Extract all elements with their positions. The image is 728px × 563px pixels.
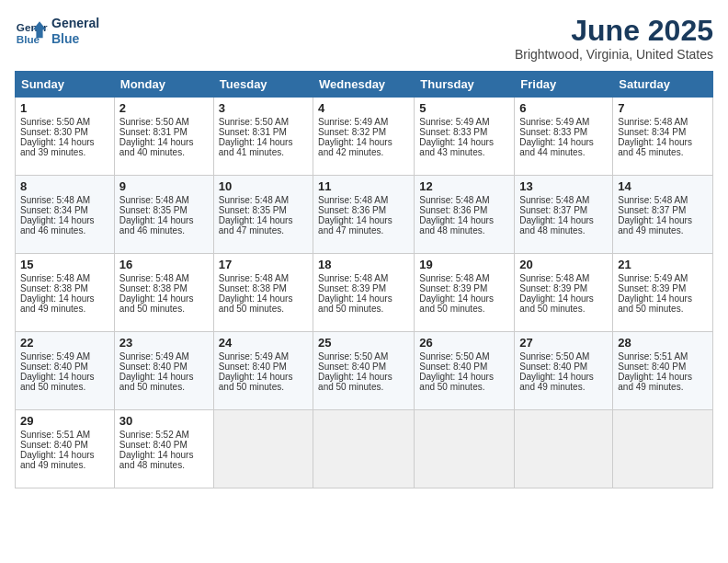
sunrise-label: Sunrise: 5:48 AM bbox=[419, 273, 489, 283]
calendar-cell: 21 Sunrise: 5:49 AM Sunset: 8:39 PM Dayl… bbox=[613, 254, 713, 332]
calendar-cell: 20 Sunrise: 5:48 AM Sunset: 8:39 PM Dayl… bbox=[515, 254, 613, 332]
sunrise-label: Sunrise: 5:48 AM bbox=[119, 273, 189, 283]
calendar-cell: 24 Sunrise: 5:49 AM Sunset: 8:40 PM Dayl… bbox=[213, 332, 313, 410]
day-number: 13 bbox=[519, 179, 608, 193]
day-number: 11 bbox=[318, 179, 409, 193]
daylight-label: Daylight: 14 hours and 49 minutes. bbox=[519, 372, 594, 392]
calendar-cell: 18 Sunrise: 5:48 AM Sunset: 8:39 PM Dayl… bbox=[313, 254, 415, 332]
day-number: 18 bbox=[318, 258, 409, 271]
daylight-label: Daylight: 14 hours and 48 minutes. bbox=[519, 215, 594, 236]
calendar-cell: 14 Sunrise: 5:48 AM Sunset: 8:37 PM Dayl… bbox=[613, 176, 713, 254]
daylight-label: Daylight: 14 hours and 46 minutes. bbox=[20, 215, 95, 236]
logo-icon: General Blue bbox=[15, 15, 48, 48]
daylight-label: Daylight: 14 hours and 50 minutes. bbox=[419, 372, 494, 392]
sunset-label: Sunset: 8:40 PM bbox=[119, 440, 188, 450]
day-number: 24 bbox=[219, 336, 308, 350]
calendar-cell: 23 Sunrise: 5:49 AM Sunset: 8:40 PM Dayl… bbox=[114, 332, 213, 410]
day-number: 26 bbox=[419, 336, 509, 350]
sunrise-label: Sunrise: 5:48 AM bbox=[618, 195, 688, 205]
sunset-label: Sunset: 8:35 PM bbox=[219, 205, 287, 215]
sunrise-label: Sunrise: 5:49 AM bbox=[318, 117, 388, 127]
sunrise-label: Sunrise: 5:52 AM bbox=[119, 430, 189, 440]
sunrise-label: Sunrise: 5:48 AM bbox=[318, 195, 388, 205]
calendar-cell: 28 Sunrise: 5:51 AM Sunset: 8:40 PM Dayl… bbox=[613, 332, 713, 410]
day-number: 17 bbox=[219, 258, 308, 271]
logo: General Blue General Blue bbox=[15, 15, 99, 48]
daylight-label: Daylight: 14 hours and 46 minutes. bbox=[119, 215, 194, 236]
sunrise-label: Sunrise: 5:48 AM bbox=[20, 273, 90, 283]
calendar-cell bbox=[613, 410, 713, 488]
day-number: 16 bbox=[119, 258, 209, 271]
calendar-cell: 9 Sunrise: 5:48 AM Sunset: 8:35 PM Dayli… bbox=[114, 176, 213, 254]
calendar-cell: 12 Sunrise: 5:48 AM Sunset: 8:36 PM Dayl… bbox=[415, 176, 515, 254]
calendar-cell: 3 Sunrise: 5:50 AM Sunset: 8:31 PM Dayli… bbox=[213, 98, 313, 176]
sunrise-label: Sunrise: 5:51 AM bbox=[20, 430, 90, 440]
daylight-label: Daylight: 14 hours and 39 minutes. bbox=[20, 137, 95, 157]
sunrise-label: Sunrise: 5:51 AM bbox=[618, 351, 688, 362]
daylight-label: Daylight: 14 hours and 49 minutes. bbox=[20, 293, 95, 314]
sunset-label: Sunset: 8:37 PM bbox=[519, 205, 587, 215]
calendar-cell: 13 Sunrise: 5:48 AM Sunset: 8:37 PM Dayl… bbox=[515, 176, 613, 254]
sunset-label: Sunset: 8:39 PM bbox=[318, 283, 386, 293]
daylight-label: Daylight: 14 hours and 50 minutes. bbox=[419, 293, 494, 314]
day-number: 10 bbox=[219, 179, 308, 193]
daylight-label: Daylight: 14 hours and 50 minutes. bbox=[519, 293, 594, 314]
sunset-label: Sunset: 8:40 PM bbox=[618, 362, 686, 372]
daylight-label: Daylight: 14 hours and 50 minutes. bbox=[219, 293, 293, 314]
daylight-label: Daylight: 14 hours and 47 minutes. bbox=[219, 215, 293, 236]
sunset-label: Sunset: 8:31 PM bbox=[119, 127, 188, 137]
sunset-label: Sunset: 8:33 PM bbox=[419, 127, 487, 137]
daylight-label: Daylight: 14 hours and 50 minutes. bbox=[219, 372, 293, 392]
daylight-label: Daylight: 14 hours and 49 minutes. bbox=[618, 372, 692, 392]
sunset-label: Sunset: 8:40 PM bbox=[318, 362, 386, 372]
daylight-label: Daylight: 14 hours and 45 minutes. bbox=[618, 137, 692, 157]
sunrise-label: Sunrise: 5:49 AM bbox=[519, 117, 589, 127]
sunrise-label: Sunrise: 5:50 AM bbox=[519, 351, 589, 362]
day-number: 25 bbox=[318, 336, 409, 350]
sunset-label: Sunset: 8:37 PM bbox=[618, 205, 686, 215]
daylight-label: Daylight: 14 hours and 44 minutes. bbox=[519, 137, 594, 157]
sunset-label: Sunset: 8:38 PM bbox=[20, 283, 88, 293]
calendar-cell: 29 Sunrise: 5:51 AM Sunset: 8:40 PM Dayl… bbox=[16, 410, 115, 488]
sunset-label: Sunset: 8:35 PM bbox=[119, 205, 188, 215]
sunset-label: Sunset: 8:36 PM bbox=[419, 205, 487, 215]
sunrise-label: Sunrise: 5:49 AM bbox=[20, 351, 90, 362]
calendar-week-row: 29 Sunrise: 5:51 AM Sunset: 8:40 PM Dayl… bbox=[16, 410, 713, 488]
location: Brightwood, Virginia, United States bbox=[515, 47, 713, 62]
calendar-header-thursday: Thursday bbox=[415, 72, 515, 98]
calendar-cell: 10 Sunrise: 5:48 AM Sunset: 8:35 PM Dayl… bbox=[213, 176, 313, 254]
sunrise-label: Sunrise: 5:48 AM bbox=[119, 195, 189, 205]
day-number: 22 bbox=[20, 336, 109, 350]
calendar-header-friday: Friday bbox=[515, 72, 613, 98]
calendar-header-saturday: Saturday bbox=[613, 72, 713, 98]
daylight-label: Daylight: 14 hours and 50 minutes. bbox=[20, 372, 95, 392]
calendar-cell: 22 Sunrise: 5:49 AM Sunset: 8:40 PM Dayl… bbox=[16, 332, 115, 410]
day-number: 1 bbox=[20, 101, 109, 115]
calendar-header-sunday: Sunday bbox=[16, 72, 115, 98]
calendar-cell bbox=[313, 410, 415, 488]
day-number: 12 bbox=[419, 179, 509, 193]
daylight-label: Daylight: 14 hours and 43 minutes. bbox=[419, 137, 494, 157]
calendar-cell: 8 Sunrise: 5:48 AM Sunset: 8:34 PM Dayli… bbox=[16, 176, 115, 254]
daylight-label: Daylight: 14 hours and 41 minutes. bbox=[219, 137, 293, 157]
sunrise-label: Sunrise: 5:48 AM bbox=[219, 195, 289, 205]
calendar-cell: 17 Sunrise: 5:48 AM Sunset: 8:38 PM Dayl… bbox=[213, 254, 313, 332]
sunset-label: Sunset: 8:38 PM bbox=[119, 283, 188, 293]
calendar-cell bbox=[415, 410, 515, 488]
day-number: 27 bbox=[519, 336, 608, 350]
calendar-header-row: SundayMondayTuesdayWednesdayThursdayFrid… bbox=[16, 72, 713, 98]
daylight-label: Daylight: 14 hours and 48 minutes. bbox=[419, 215, 494, 236]
daylight-label: Daylight: 14 hours and 47 minutes. bbox=[318, 215, 392, 236]
sunset-label: Sunset: 8:40 PM bbox=[419, 362, 487, 372]
day-number: 6 bbox=[519, 101, 608, 115]
day-number: 8 bbox=[20, 179, 109, 193]
calendar-week-row: 22 Sunrise: 5:49 AM Sunset: 8:40 PM Dayl… bbox=[16, 332, 713, 410]
sunset-label: Sunset: 8:34 PM bbox=[20, 205, 88, 215]
logo-text-blue: Blue bbox=[51, 31, 99, 47]
calendar-cell: 7 Sunrise: 5:48 AM Sunset: 8:34 PM Dayli… bbox=[613, 98, 713, 176]
sunset-label: Sunset: 8:32 PM bbox=[318, 127, 386, 137]
calendar-cell: 5 Sunrise: 5:49 AM Sunset: 8:33 PM Dayli… bbox=[415, 98, 515, 176]
logo-text-general: General bbox=[51, 16, 99, 31]
sunset-label: Sunset: 8:40 PM bbox=[119, 362, 188, 372]
daylight-label: Daylight: 14 hours and 50 minutes. bbox=[618, 293, 692, 314]
